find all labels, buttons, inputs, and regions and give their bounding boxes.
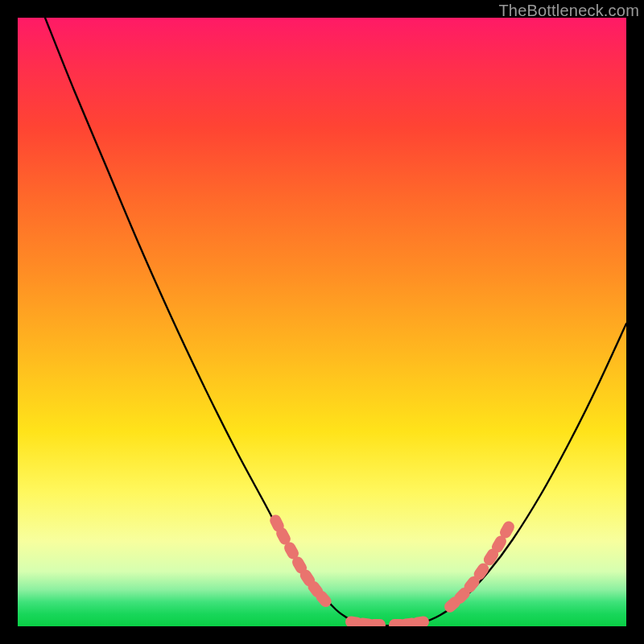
chart-gradient-background	[18, 18, 626, 626]
chart-frame	[18, 18, 626, 626]
